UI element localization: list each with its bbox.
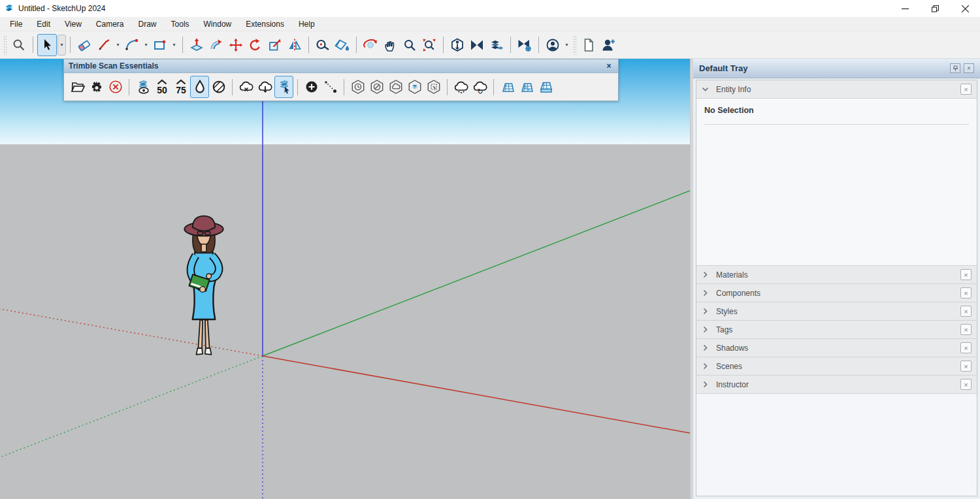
panel-close-button[interactable]: × [960, 342, 972, 353]
invite-user-button[interactable] [598, 34, 618, 56]
pan-button[interactable] [380, 34, 400, 56]
mesh-solid-button[interactable] [536, 76, 555, 98]
density-50-button[interactable]: 50 [152, 76, 171, 98]
offset-button[interactable] [206, 34, 226, 56]
scale-button[interactable] [265, 34, 285, 56]
panel-close-button[interactable]: × [960, 306, 972, 317]
menu-window[interactable]: Window [197, 18, 239, 31]
menu-file[interactable]: File [3, 18, 29, 31]
panel-close-button[interactable]: × [960, 84, 972, 95]
open-folder-button[interactable] [68, 76, 87, 98]
extension-warehouse-button[interactable] [467, 34, 487, 56]
3d-warehouse-button[interactable] [448, 34, 467, 56]
hex-disable-button[interactable] [367, 76, 386, 98]
panel-header-tags[interactable]: Tags× [696, 321, 977, 339]
panel-close-button[interactable]: × [960, 287, 972, 298]
point-cloud-pick-icon [276, 79, 292, 95]
hatched-sphere-icon [211, 79, 227, 95]
pin-icon[interactable] [950, 63, 960, 73]
chevron-right-icon [702, 271, 711, 278]
panel-close-button[interactable]: × [960, 324, 972, 335]
disconnect-button[interactable] [106, 76, 125, 98]
push-pull-button[interactable] [187, 34, 206, 56]
viewport[interactable]: Trimble Scan Essentials × 5075↻ [0, 59, 690, 499]
toolbar-separator [510, 37, 511, 53]
cloud-download-button[interactable] [255, 76, 274, 98]
restore-button[interactable] [920, 0, 950, 17]
arc-button[interactable] [122, 34, 142, 56]
panel-close-button[interactable]: × [960, 379, 972, 390]
density-75-button[interactable]: 75 [171, 76, 190, 98]
trimble-close-icon[interactable]: × [604, 61, 613, 71]
sketchup-logo-icon [4, 3, 14, 14]
menu-draw[interactable]: Draw [131, 18, 164, 31]
close-button[interactable] [950, 0, 980, 17]
panel-header-materials[interactable]: Materials× [696, 266, 977, 284]
water-drop-button[interactable] [190, 76, 209, 98]
panel-header-scenes[interactable]: Scenes× [696, 357, 977, 376]
paint-bucket-button[interactable] [333, 34, 352, 56]
move-button[interactable] [226, 34, 246, 56]
zoom-extents-button[interactable] [419, 34, 439, 56]
hex-region-button[interactable] [424, 76, 443, 98]
hex-cloud-button[interactable] [386, 76, 405, 98]
toolbar-separator [308, 37, 309, 53]
line-button[interactable] [94, 34, 114, 56]
hex-points-button[interactable] [405, 76, 424, 98]
panel-header-components[interactable]: Components× [696, 284, 977, 302]
zoom-extents-icon [421, 37, 437, 53]
orbit-button[interactable] [361, 34, 380, 56]
menu-camera[interactable]: Camera [89, 18, 131, 31]
default-tray-header[interactable]: Default Tray × [693, 59, 980, 78]
close-icon[interactable]: × [964, 63, 974, 73]
person-figure[interactable] [171, 210, 237, 367]
panel-close-button[interactable]: × [960, 269, 972, 280]
account-button[interactable] [543, 34, 563, 56]
settings-gear-button[interactable] [87, 76, 106, 98]
cloud-remove-button[interactable] [237, 76, 255, 98]
toolbar-grip[interactable] [3, 35, 7, 55]
measure-points-button[interactable] [321, 76, 340, 98]
panel-close-button[interactable]: × [960, 361, 972, 372]
flip-button[interactable] [285, 34, 304, 56]
new-document-button[interactable] [579, 34, 598, 56]
point-cloud-visibility-button[interactable] [133, 76, 152, 98]
panel-header-styles[interactable]: Styles× [696, 302, 977, 321]
rotate-button[interactable] [246, 34, 265, 56]
tape-measure-button[interactable] [313, 34, 333, 56]
rectangle-dropdown[interactable]: ▾ [170, 34, 178, 56]
panel-header-instructor[interactable]: Instructor× [696, 376, 977, 394]
zoom-button[interactable] [400, 34, 419, 56]
density-50-icon: 50 [154, 79, 170, 95]
eraser-button[interactable] [74, 34, 94, 56]
menu-bar: FileEditViewCameraDrawToolsWindowExtensi… [0, 17, 980, 31]
mesh-textured-button[interactable] [517, 76, 536, 98]
line-dropdown[interactable]: ▾ [114, 34, 122, 56]
mesh-wireframe-button[interactable] [498, 76, 517, 98]
cloud-sync-button[interactable]: ↻ [470, 76, 489, 98]
minimize-button[interactable] [890, 0, 920, 17]
hatched-sphere-button[interactable] [209, 76, 228, 98]
menu-view[interactable]: View [57, 18, 89, 31]
hex-history-button[interactable] [348, 76, 367, 98]
cloud-points-button[interactable] [451, 76, 470, 98]
panel-header-shadows[interactable]: Shadows× [696, 339, 977, 357]
add-point-button[interactable] [302, 76, 321, 98]
trimble-toolbar-titlebar[interactable]: Trimble Scan Essentials × [64, 59, 618, 73]
menu-edit[interactable]: Edit [29, 18, 57, 31]
arc-dropdown[interactable]: ▾ [142, 34, 150, 56]
account-dropdown[interactable]: ▾ [563, 34, 571, 56]
menu-tools[interactable]: Tools [164, 18, 197, 31]
extension-manager-button[interactable] [515, 34, 534, 56]
menu-help[interactable]: Help [291, 18, 322, 31]
toolbar-grip[interactable] [573, 35, 577, 55]
send-to-layout-button[interactable] [487, 34, 506, 56]
select-dropdown[interactable]: ▾ [57, 35, 66, 56]
point-cloud-pick-button[interactable] [274, 76, 293, 98]
menu-extensions[interactable]: Extensions [238, 18, 291, 31]
panel-header-entity-info[interactable]: Entity Info× [696, 80, 977, 99]
select-button[interactable] [37, 34, 57, 56]
search-button[interactable] [9, 34, 29, 56]
new-document-icon [581, 37, 596, 53]
rectangle-button[interactable] [150, 34, 170, 56]
